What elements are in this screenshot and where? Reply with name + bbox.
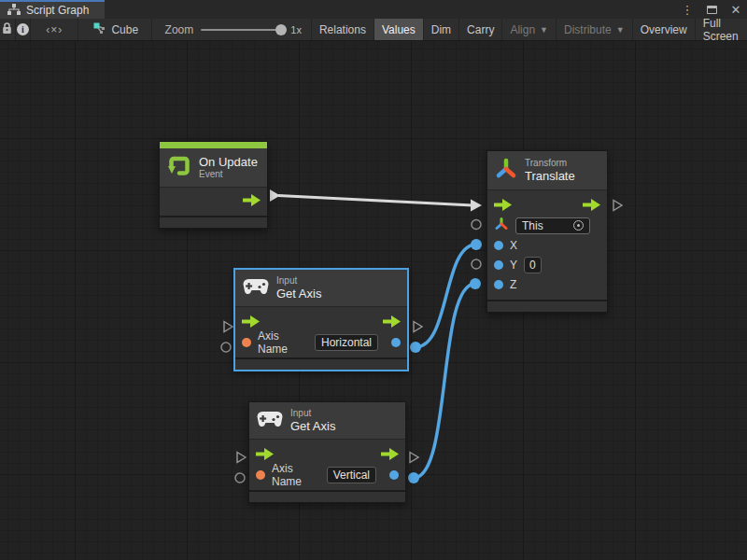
port-flow-in-outer[interactable]	[224, 322, 233, 332]
target-field[interactable]: This	[515, 217, 590, 234]
node-subtitle: Event	[199, 169, 258, 180]
graph-canvas[interactable]: On Update Event Tr	[0, 41, 747, 560]
overview-button[interactable]: Overview	[633, 19, 696, 40]
node-title: On Update	[199, 155, 258, 169]
zoom-value: 1x	[290, 24, 302, 35]
info-icon: i	[17, 23, 29, 35]
zoom-slider-handle[interactable]	[275, 24, 287, 35]
lock-icon	[2, 22, 12, 37]
axis-name-field[interactable]: Vertical	[327, 467, 376, 483]
port-z-label: Z	[510, 278, 516, 291]
window-close-icon[interactable]: ✕	[728, 2, 743, 17]
flow-input-port[interactable]	[242, 315, 260, 330]
port-y[interactable]	[494, 260, 503, 270]
fullscreen-button[interactable]: Full Screen	[696, 19, 747, 40]
lock-button[interactable]	[0, 19, 16, 40]
gamepad-icon	[257, 411, 283, 430]
port-target-outer[interactable]	[472, 220, 481, 230]
port-flow-out-outer[interactable]	[410, 453, 418, 463]
gamepad-icon	[243, 278, 269, 298]
transform-port-icon[interactable]	[494, 217, 509, 234]
port-result[interactable]	[389, 470, 399, 480]
flow-output-port[interactable]	[583, 199, 600, 214]
wire-endpoint	[470, 278, 481, 289]
node-on-update[interactable]: On Update Event	[159, 141, 268, 229]
port-flow-out-outer[interactable]	[613, 201, 622, 211]
wire-end-arrow	[471, 200, 482, 212]
axis-name-field[interactable]: Horizontal	[315, 334, 378, 351]
wire-endpoint	[410, 342, 421, 353]
port-flow-in-outer[interactable]	[237, 453, 246, 463]
axis-name-label: Axis Name	[258, 329, 308, 356]
object-picker-icon[interactable]	[573, 220, 584, 231]
port-axis-name[interactable]	[242, 338, 251, 347]
y-value-field[interactable]: 0	[524, 257, 542, 273]
wire-endpoint	[408, 472, 419, 483]
flow-output-port[interactable]	[381, 448, 399, 463]
carry-button[interactable]: Carry	[459, 19, 502, 40]
flow-output-port[interactable]	[383, 315, 401, 330]
value-wire-horizontal-to-x	[416, 245, 476, 347]
node-footer	[235, 357, 407, 370]
flow-output-port[interactable]	[243, 194, 261, 209]
node-header: On Update Event	[160, 148, 267, 187]
graph-breadcrumb[interactable]: Cube	[78, 19, 151, 40]
zoom-control: Zoom 1x	[152, 19, 311, 40]
flow-input-port[interactable]	[256, 448, 274, 463]
distribute-label: Distribute	[564, 23, 612, 36]
node-translate[interactable]: Transform Translate	[486, 150, 608, 313]
values-button[interactable]: Values	[374, 19, 424, 40]
node-footer	[160, 216, 267, 228]
port-x-label: X	[510, 239, 517, 252]
port-axis-name[interactable]	[256, 470, 265, 480]
distribute-dropdown[interactable]: Distribute ▼	[557, 19, 633, 40]
port-x[interactable]	[494, 241, 503, 250]
tab-title: Script Graph	[26, 4, 89, 17]
dim-button[interactable]: Dim	[424, 19, 459, 40]
node-surtitle: Input	[276, 275, 321, 287]
window-tab-bar: Script Graph ⋮ ✕	[0, 0, 747, 19]
relations-button[interactable]: Relations	[311, 19, 374, 40]
port-y-outer[interactable]	[472, 259, 481, 269]
node-footer	[249, 490, 405, 502]
value-wire-vertical-to-z	[414, 284, 475, 478]
axis-name-label: Axis Name	[272, 462, 320, 488]
edit-source-button[interactable]: ‹×›	[31, 19, 78, 40]
port-y-label: Y	[510, 259, 517, 272]
loop-event-icon	[167, 154, 191, 181]
zoom-slider[interactable]	[201, 29, 283, 31]
node-title: Translate	[525, 169, 575, 183]
tab-script-graph[interactable]: Script Graph	[0, 0, 105, 19]
node-footer	[487, 300, 607, 312]
node-surtitle: Input	[290, 408, 335, 419]
port-flow-out-outer[interactable]	[414, 322, 422, 332]
event-accent-bar	[160, 142, 267, 148]
control-wire	[278, 196, 472, 206]
port-z[interactable]	[494, 280, 503, 289]
transform-icon	[495, 157, 517, 184]
align-dropdown[interactable]: Align ▼	[502, 19, 557, 40]
chevron-down-icon: ▼	[540, 25, 548, 35]
zoom-label: Zoom	[165, 23, 194, 36]
graph-name: Cube	[111, 23, 138, 36]
graph-toolbar: i ‹×› Cube Zoom 1x Relations Values Dim …	[0, 19, 747, 41]
port-axisname-outer[interactable]	[235, 473, 245, 483]
inspect-button[interactable]: i	[16, 19, 32, 40]
node-surtitle: Transform	[525, 158, 575, 169]
port-axisname-outer[interactable]	[221, 343, 231, 352]
node-title: Get Axis	[276, 287, 321, 301]
flow-input-port[interactable]	[494, 199, 512, 214]
align-label: Align	[510, 23, 535, 36]
code-brackets-icon: ‹×›	[46, 23, 63, 36]
node-title: Get Axis	[290, 419, 335, 433]
node-header: Transform Translate	[487, 151, 607, 189]
node-header: Input Get Axis	[235, 270, 407, 306]
script-graph-icon	[7, 4, 21, 18]
window-menu-icon[interactable]: ⋮	[680, 2, 695, 17]
graph-asset-icon	[93, 22, 106, 37]
port-result[interactable]	[391, 338, 401, 347]
node-get-axis-horizontal[interactable]: Input Get Axis Axis Name Horizontal	[234, 269, 408, 371]
target-field-value: This	[522, 219, 543, 232]
window-maximize-icon[interactable]	[704, 2, 719, 17]
node-get-axis-vertical[interactable]: Input Get Axis Axis Name Vertical	[248, 401, 406, 503]
